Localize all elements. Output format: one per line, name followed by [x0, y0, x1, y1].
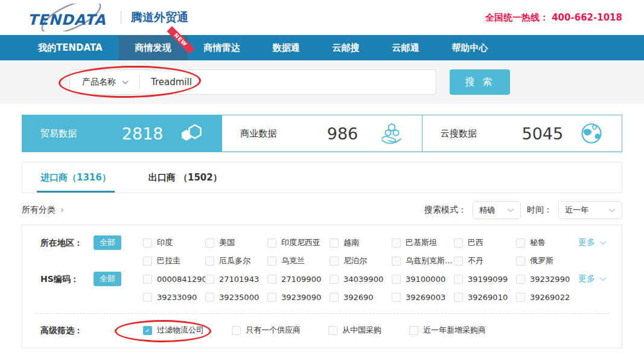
checkbox[interactable]	[454, 275, 463, 284]
checkbox[interactable]	[328, 326, 337, 335]
checkbox[interactable]	[516, 238, 525, 248]
checkbox-option[interactable]: 39232990	[516, 270, 578, 288]
checkbox-option[interactable]: 近一年新增采购商	[409, 321, 486, 339]
checkbox-option[interactable]: 只有一个供应商	[232, 321, 301, 339]
checkbox[interactable]	[330, 238, 339, 248]
checkbox-option[interactable]: 从中国采购	[328, 321, 381, 339]
checkbox-label: 27109900	[281, 275, 321, 284]
nav-item[interactable]: 我的TENDATA	[22, 35, 119, 60]
region-more-link[interactable]: 更多	[578, 234, 622, 248]
checkbox[interactable]	[267, 238, 276, 248]
checkbox[interactable]	[267, 275, 276, 284]
checkbox-option[interactable]: 乌克兰	[267, 252, 330, 270]
checkbox[interactable]	[232, 326, 241, 335]
checkbox[interactable]	[143, 275, 152, 284]
checkbox[interactable]	[392, 275, 401, 284]
checkbox[interactable]	[392, 293, 401, 302]
card-label: 商业数据	[240, 128, 307, 139]
time-dropdown[interactable]: 近一年	[558, 201, 622, 219]
checkbox-option[interactable]: 不丹	[454, 252, 516, 270]
checkbox[interactable]	[330, 293, 339, 302]
checkbox-option[interactable]: 印度	[143, 234, 205, 252]
checkbox-option[interactable]: ✓过滤物流公司	[143, 321, 204, 339]
checkbox[interactable]	[267, 293, 276, 302]
checkbox-option[interactable]: 越南	[330, 234, 392, 252]
breadcrumb[interactable]: 所有分类 ›	[22, 205, 64, 216]
tab-importers[interactable]: 进口商（1316）	[40, 162, 111, 193]
hs-code-all-button[interactable]: 全部	[94, 272, 121, 286]
hs-code-more-link[interactable]: 更多	[578, 270, 622, 284]
checkbox[interactable]	[516, 293, 525, 302]
checkbox-option[interactable]: 392690	[330, 288, 392, 306]
checkbox[interactable]	[330, 257, 339, 266]
checkbox-label: 印度尼西亚	[281, 237, 320, 248]
checkbox-option[interactable]: 俄罗斯	[516, 252, 578, 270]
nav-item[interactable]: 云邮通	[376, 35, 436, 60]
trade-data-card[interactable]: 贸易数据 2818	[22, 115, 222, 152]
checkbox[interactable]	[454, 238, 463, 248]
checkbox-option[interactable]: 0000841290	[143, 270, 205, 288]
search-category-dropdown[interactable]: 产品名称	[82, 77, 129, 88]
checkbox[interactable]	[205, 275, 214, 284]
checkbox-label: 不丹	[468, 255, 483, 266]
checkbox-label: 39269022	[530, 293, 570, 302]
checkbox-option[interactable]: 美国	[205, 234, 267, 252]
cloud-search-data-card[interactable]: 云搜数据 5045	[422, 115, 622, 152]
nav-item[interactable]: 商情发现NEW	[119, 35, 188, 60]
checkbox[interactable]	[330, 275, 339, 284]
checkbox-label: 从中国采购	[342, 325, 381, 336]
globe-icon	[578, 121, 604, 145]
checkbox[interactable]	[205, 238, 214, 248]
checkbox[interactable]	[454, 293, 463, 302]
checkbox[interactable]	[516, 275, 525, 284]
checkbox-option[interactable]: 39235000	[205, 288, 267, 306]
card-label: 云搜数据	[441, 128, 507, 139]
checkbox-option[interactable]: 巴西	[454, 234, 516, 252]
nav-item-label: 我的TENDATA	[38, 42, 103, 54]
checkbox[interactable]	[143, 238, 152, 248]
checkbox[interactable]	[267, 257, 276, 266]
checkbox[interactable]	[516, 257, 525, 266]
checkbox[interactable]	[205, 293, 214, 302]
checkbox-option[interactable]: 秘鲁	[516, 234, 578, 252]
search-mode-dropdown[interactable]: 精确	[473, 201, 521, 219]
nav-item[interactable]: 帮助中心	[436, 35, 505, 60]
tab-exporters[interactable]: 出口商 （1502）	[148, 162, 222, 193]
checkbox-option[interactable]: 乌兹别克斯...	[392, 252, 454, 270]
checkbox-option[interactable]: 27101943	[205, 270, 267, 288]
checkbox[interactable]	[392, 238, 401, 248]
advanced-filter-label: 高级筛选：	[40, 321, 94, 339]
checkbox-option[interactable]: 39199099	[454, 270, 516, 288]
checkbox-option[interactable]: 尼泊尔	[330, 252, 392, 270]
checkbox-option[interactable]: 39269010	[454, 288, 516, 306]
checkbox[interactable]	[143, 257, 152, 266]
checkbox-label: 39269010	[468, 293, 508, 302]
checkbox[interactable]	[454, 257, 463, 266]
nav-item[interactable]: 商情雷达	[188, 35, 257, 60]
region-all-button[interactable]: 全部	[94, 235, 121, 250]
checkbox-option[interactable]: 39269022	[516, 288, 578, 306]
checkbox-option[interactable]: 39100000	[392, 270, 454, 288]
checkbox[interactable]	[392, 257, 401, 266]
checkbox-option[interactable]: 39269003	[392, 288, 454, 306]
tendata-logo[interactable]: TENDATA	[22, 4, 111, 31]
checkbox-option[interactable]: 厄瓜多尔	[205, 252, 267, 270]
checkbox[interactable]	[143, 293, 152, 302]
business-data-card[interactable]: 商业数据 986	[222, 115, 421, 152]
brand: TENDATA 腾道外贸通	[22, 4, 188, 31]
checkbox[interactable]	[205, 257, 214, 266]
checkbox-option[interactable]: 印度尼西亚	[267, 234, 330, 252]
search-button[interactable]: 搜 索	[450, 69, 510, 95]
checkbox[interactable]	[409, 326, 418, 335]
search-input[interactable]	[151, 77, 380, 88]
checkbox-option[interactable]: 34039900	[330, 270, 392, 288]
nav-item[interactable]: 数据通	[257, 35, 316, 60]
checkbox-option[interactable]: 39233090	[143, 288, 205, 306]
checkbox-option[interactable]: 巴基斯坦	[392, 234, 454, 252]
checkbox-option[interactable]: 39239090	[267, 288, 330, 306]
checkbox-option[interactable]: 巴拉圭	[143, 252, 205, 270]
checkbox-option[interactable]: 27109900	[267, 270, 330, 288]
checkbox[interactable]: ✓	[143, 326, 152, 335]
chevron-down-icon	[122, 80, 129, 85]
nav-item[interactable]: 云邮搜	[316, 35, 376, 60]
